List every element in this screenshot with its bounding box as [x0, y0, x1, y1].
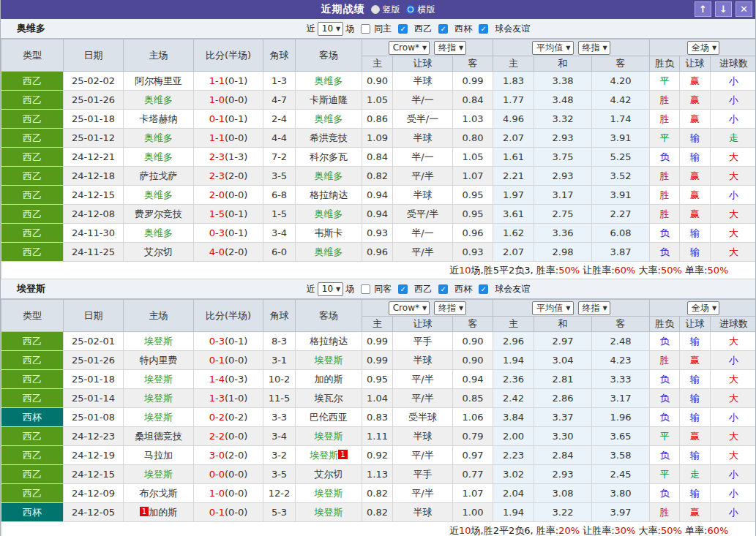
home-team-name: 阿尔梅里亚	[135, 75, 182, 86]
date-cell: 25-01-18	[64, 370, 124, 389]
match-row: 西乙25-01-12奥维多1-1(0-0)4-4希洪竞技1.09半球0.802.…	[1, 129, 756, 148]
result-mark: 负	[660, 336, 670, 347]
league-checkbox-liga2[interactable]: ✓	[398, 24, 408, 34]
league-checkbox-cup[interactable]: ✓	[438, 284, 448, 294]
col-header-away: 客场	[296, 39, 362, 72]
result-cell: 胜	[650, 167, 680, 186]
avg-draw-cell: 3.32	[534, 110, 592, 129]
match-count-select[interactable]: 10 ▼	[318, 22, 343, 36]
score-cell: 2-3(1-3)	[194, 148, 263, 167]
odds-final-select[interactable]: 终指▼	[434, 41, 466, 55]
league-checkbox-friendly[interactable]: ✓	[479, 284, 488, 294]
league-type-cell: 西杯	[1, 408, 64, 427]
result-mark: 胜	[660, 170, 670, 181]
goals-result-cell: 大	[711, 332, 756, 351]
handicap-result-cell: 输	[680, 370, 711, 389]
col-header-score: 比分(半场)	[194, 300, 263, 332]
goals-result-cell: 大	[711, 446, 756, 465]
col-header-away: 客场	[296, 300, 362, 332]
odds-company-select[interactable]: Crow*▼	[389, 41, 430, 55]
avg-home-cell: 1.97	[493, 186, 534, 205]
handicap-result-mark: 输	[690, 336, 700, 347]
sub-header-avg-home: 主	[493, 317, 534, 332]
col-header-date: 日期	[64, 39, 124, 72]
full-time-score: 0-1	[209, 113, 225, 124]
away-team-cell: 奥维多	[296, 243, 362, 262]
league-type-cell: 西乙	[1, 465, 64, 484]
half-time-score: (0-1)	[225, 75, 247, 86]
away-team-cell: 希洪竞技	[296, 129, 362, 148]
match-count-select[interactable]: 10 ▼	[318, 282, 343, 296]
date-cell: 24-12-21	[64, 148, 124, 167]
scroll-up-button[interactable]: ↑	[695, 1, 711, 17]
avg-final-select[interactable]: 终指▼	[578, 301, 610, 315]
goals-result-cell: 大	[711, 167, 756, 186]
odds-home-cell: 0.83	[362, 408, 393, 427]
league-type-cell: 西杯	[1, 503, 64, 522]
full-time-score: 0-3	[209, 227, 225, 238]
home-team-cell: 马拉加	[124, 446, 194, 465]
avg-home-cell: 1.61	[493, 148, 534, 167]
league-checkbox-liga2[interactable]: ✓	[398, 284, 408, 294]
matches-table: 类型 日期 主场 比分(半场) 角球 客场 Crow*▼ 终指▼ 平均值▼ 终指…	[1, 299, 756, 536]
sub-header-avg-draw: 和	[534, 56, 592, 72]
chevron-down-icon: ▼	[336, 26, 340, 32]
odds-company-select[interactable]: Crow*▼	[389, 301, 430, 315]
score-cell: 2-3(2-0)	[194, 167, 263, 186]
goals-result-cell: 走	[711, 129, 756, 148]
check-icon: ✓	[481, 285, 487, 293]
goals-result-mark: 大	[729, 151, 738, 162]
result-mark: 胜	[660, 113, 670, 124]
half-time-score: (0-0)	[225, 507, 247, 518]
avg-select[interactable]: 平均值▼	[532, 301, 573, 315]
league-label-cup: 西杯	[454, 23, 472, 35]
result-mark: 负	[660, 246, 670, 257]
close-button[interactable]: ✕	[736, 1, 752, 17]
same-venue-checkbox[interactable]	[361, 24, 370, 34]
away-team-cell: 奥维多	[296, 72, 362, 91]
home-team-name: 埃登斯	[144, 393, 173, 404]
score-cell: 1-0(0-0)	[194, 484, 263, 503]
home-team-name: 加的斯	[149, 507, 177, 518]
away-team-name: 埃登斯	[315, 431, 343, 442]
odds-home-cell: 1.11	[362, 427, 393, 446]
date-cell: 25-01-14	[64, 389, 124, 408]
handicap-line-cell: 平/半	[393, 370, 453, 389]
goals-result-cell: 小	[711, 503, 756, 522]
home-team-name: 卡塔赫纳	[140, 113, 178, 124]
scope-select[interactable]: 全场▼	[687, 41, 719, 55]
chevron-down-icon: ▼	[459, 45, 463, 51]
red-card-badge: 1	[140, 507, 149, 516]
avg-select[interactable]: 平均值▼	[532, 41, 573, 55]
scroll-down-button[interactable]: ↓	[715, 1, 732, 17]
goals-result-cell: 大	[711, 243, 756, 262]
league-checkbox-friendly[interactable]: ✓	[479, 24, 488, 34]
handicap-result-cell: 输	[680, 243, 711, 262]
avg-final-select[interactable]: 终指▼	[578, 41, 610, 55]
league-checkbox-cup[interactable]: ✓	[438, 24, 448, 34]
half-time-score: (2-0)	[225, 246, 247, 257]
league-type-cell: 西乙	[1, 484, 64, 503]
avg-away-cell: 3.91	[592, 129, 650, 148]
radio-vertical-layout[interactable]: 竖版	[371, 4, 400, 16]
radio-horizontal-label: 横版	[418, 4, 435, 16]
corner-cell: 6-0	[263, 243, 296, 262]
away-team-name: 奥维多	[315, 246, 343, 257]
odds-home-cell: 0.94	[362, 186, 393, 205]
same-venue-checkbox[interactable]	[361, 284, 370, 294]
odds-away-cell: 0.85	[453, 389, 493, 408]
team-section: 埃登斯 近 10 ▼ 场 同客 ✓ 西乙 ✓ 西杯 ✓ 球会友谊 类型	[1, 279, 755, 536]
avg-home-cell: 2.42	[493, 389, 534, 408]
corner-cell: 2-4	[263, 110, 296, 129]
odds-final-select[interactable]: 终指▼	[434, 301, 466, 315]
scope-select[interactable]: 全场▼	[687, 301, 719, 315]
summary-text: 50%	[661, 265, 682, 276]
odds-home-cell: 0.96	[362, 243, 393, 262]
summary-text: 60%	[707, 525, 728, 536]
odds-away-cell: 0.90	[453, 332, 493, 351]
goals-result-mark: 走	[729, 132, 738, 143]
radio-horizontal-layout[interactable]: 横版	[406, 4, 435, 16]
goals-result-cell: 小	[711, 72, 756, 91]
date-cell: 25-01-12	[64, 129, 124, 148]
away-team-name: 巴伦西亚	[310, 412, 348, 423]
